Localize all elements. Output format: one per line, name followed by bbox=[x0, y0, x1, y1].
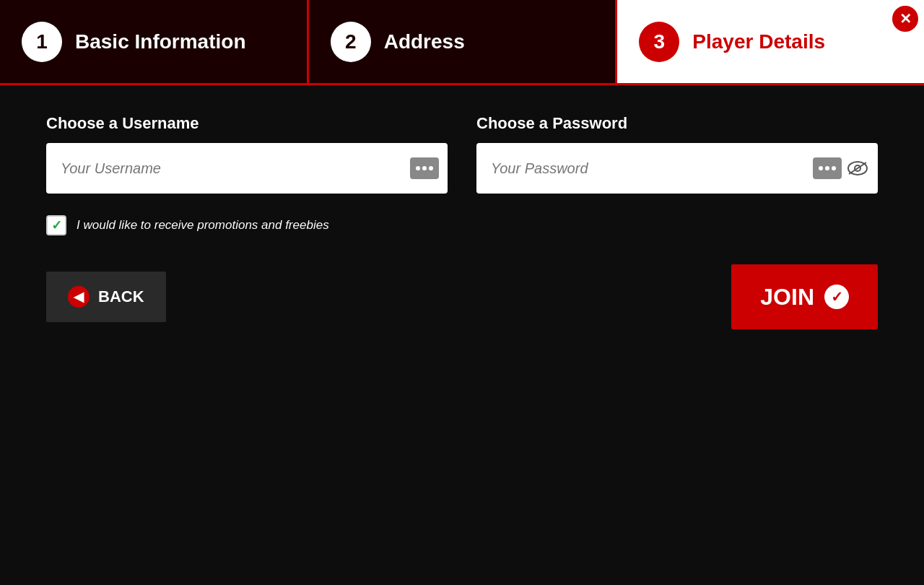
join-check-icon: ✓ bbox=[824, 285, 849, 309]
promotions-label: I would like to receive promotions and f… bbox=[77, 218, 329, 233]
promotions-checkbox[interactable]: ✓ bbox=[46, 215, 66, 235]
back-label: BACK bbox=[98, 287, 144, 306]
join-label: JOIN bbox=[760, 284, 814, 311]
dot-3 bbox=[429, 166, 433, 170]
pw-dot-2 bbox=[825, 166, 829, 170]
close-icon[interactable]: ✕ bbox=[892, 6, 918, 32]
tab-address[interactable]: 2 Address bbox=[309, 0, 618, 83]
back-arrow-icon: ◀ bbox=[68, 286, 90, 308]
buttons-row: ◀ BACK JOIN ✓ bbox=[46, 264, 878, 329]
dot-1 bbox=[416, 166, 420, 170]
step-tabs: 1 Basic Information 2 Address 3 Player D… bbox=[0, 0, 924, 85]
main-content: Choose a Username Choose a Password bbox=[0, 85, 924, 358]
username-label: Choose a Username bbox=[46, 114, 448, 133]
checkmark-icon: ✓ bbox=[51, 217, 62, 233]
tab-3-number: 3 bbox=[639, 22, 679, 62]
dot-2 bbox=[422, 166, 427, 170]
tab-2-label: Address bbox=[384, 30, 465, 53]
password-label: Choose a Password bbox=[476, 114, 878, 133]
tab-1-number: 1 bbox=[22, 22, 62, 62]
username-input[interactable] bbox=[55, 160, 407, 177]
password-input-wrapper bbox=[476, 143, 878, 194]
tab-basic-information[interactable]: 1 Basic Information bbox=[0, 0, 309, 83]
promotions-row: ✓ I would like to receive promotions and… bbox=[46, 215, 878, 235]
username-input-wrapper bbox=[46, 143, 448, 194]
tab-3-label: Player Details bbox=[692, 30, 825, 53]
back-button[interactable]: ◀ BACK bbox=[46, 272, 166, 322]
password-input[interactable] bbox=[485, 160, 810, 177]
form-row: Choose a Username Choose a Password bbox=[46, 114, 878, 194]
join-button[interactable]: JOIN ✓ bbox=[731, 264, 878, 329]
tab-player-details[interactable]: 3 Player Details ✕ bbox=[617, 0, 924, 83]
tab-2-number: 2 bbox=[331, 22, 371, 62]
password-dots-icon bbox=[813, 157, 842, 179]
pw-dot-1 bbox=[819, 166, 823, 170]
tab-1-label: Basic Information bbox=[75, 30, 245, 53]
toggle-password-icon[interactable] bbox=[846, 157, 869, 180]
username-group: Choose a Username bbox=[46, 114, 448, 194]
password-group: Choose a Password bbox=[476, 114, 878, 194]
username-dots-icon bbox=[410, 157, 439, 179]
pw-dot-3 bbox=[832, 166, 836, 170]
svg-line-2 bbox=[849, 162, 866, 174]
